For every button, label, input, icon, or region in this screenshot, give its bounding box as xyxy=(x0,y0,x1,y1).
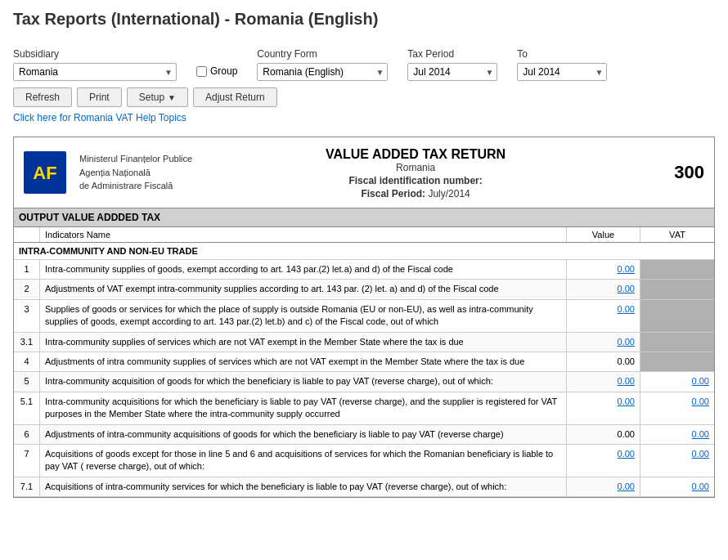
row-desc: Intra-community acquisition of goods for… xyxy=(40,372,567,391)
country-form-group: Country Form Romania (English) ▼ xyxy=(257,48,388,81)
row-value: 0.00 xyxy=(567,425,640,444)
to-select-wrap: Jul 2014 ▼ xyxy=(517,63,607,81)
row-num: 3.1 xyxy=(14,333,40,352)
row-desc: Adjustments of VAT exempt intra-communit… xyxy=(40,280,567,298)
report-fiscal-period: Fiscal Period: July/2014 xyxy=(192,188,639,199)
row-num: 4 xyxy=(14,352,40,371)
col-indicators-header: Indicators Name xyxy=(40,227,567,242)
tax-period-select-wrap: Jul 2014 ▼ xyxy=(407,63,497,81)
to-select[interactable]: Jul 2014 xyxy=(517,63,607,81)
report-fiscal-id: Fiscal identification number: xyxy=(192,175,639,186)
report-number: 300 xyxy=(639,146,704,199)
subsidiary-group: Subsidiary Romania ▼ xyxy=(13,48,177,81)
row-desc: Intra-community acquisitions for which t… xyxy=(40,392,567,424)
row-num: 5 xyxy=(14,372,40,391)
country-form-label: Country Form xyxy=(257,48,388,60)
table-row: 5.1Intra-community acquisitions for whic… xyxy=(14,392,714,425)
tax-period-group: Tax Period Jul 2014 ▼ xyxy=(407,48,497,81)
org-logo: AF xyxy=(24,151,66,194)
row-value[interactable]: 0.00 xyxy=(567,280,640,298)
report-country: Romania xyxy=(192,162,639,173)
subsidiary-select[interactable]: Romania xyxy=(13,63,177,81)
table-row: 5Intra-community acquisition of goods fo… xyxy=(14,372,714,392)
value-link[interactable]: 0.00 xyxy=(618,284,635,293)
col-value-header: Value xyxy=(567,227,640,242)
org-line2: Agenția Națională xyxy=(79,166,192,180)
col-vat-header: VAT xyxy=(640,227,714,242)
row-desc: Acquisitions of intra-community services… xyxy=(40,477,567,496)
row-vat xyxy=(640,300,714,332)
value-link[interactable]: 0.00 xyxy=(618,482,635,491)
org-info: Ministerul Finanțelor Publice Agenția Na… xyxy=(79,146,192,199)
tax-period-label: Tax Period xyxy=(407,48,497,60)
row-value[interactable]: 0.00 xyxy=(567,372,640,391)
row-value[interactable]: 0.00 xyxy=(567,333,640,352)
row-num: 1 xyxy=(14,260,40,279)
value-link[interactable]: 0.00 xyxy=(618,264,635,274)
row-vat[interactable]: 0.00 xyxy=(640,392,714,424)
row-num: 7 xyxy=(14,445,40,477)
value-link[interactable]: 0.00 xyxy=(618,304,635,314)
row-value[interactable]: 0.00 xyxy=(567,477,640,496)
report-title-area: VALUE ADDED TAX RETURN Romania Fiscal id… xyxy=(192,146,639,199)
row-vat[interactable]: 0.00 xyxy=(640,372,714,391)
report-scroll[interactable]: OUTPUT VALUE ADDDED TAX Indicators Name … xyxy=(14,208,714,497)
value-link[interactable]: 0.00 xyxy=(618,376,635,386)
page-title: Tax Reports (International) - Romania (E… xyxy=(13,10,715,29)
row-vat[interactable]: 0.00 xyxy=(640,477,714,496)
vat-link[interactable]: 0.00 xyxy=(692,376,709,386)
row-num: 5.1 xyxy=(14,392,40,424)
row-value: 0.00 xyxy=(567,352,640,371)
setup-label: Setup xyxy=(139,92,164,103)
row-desc: Adjustments of intra-community acquisiti… xyxy=(40,425,567,444)
help-link[interactable]: Click here for Romania VAT Help Topics xyxy=(13,112,186,123)
table-row: 4Adjustments of intra community supplies… xyxy=(14,352,714,372)
table-row: 3Supplies of goods or services for which… xyxy=(14,300,714,333)
row-num: 2 xyxy=(14,280,40,298)
subsidiary-label: Subsidiary xyxy=(13,48,177,60)
table-row: 7.1Acquisitions of intra-community servi… xyxy=(14,477,714,497)
table-row: 2Adjustments of VAT exempt intra-communi… xyxy=(14,280,714,299)
vat-link[interactable]: 0.00 xyxy=(692,482,709,491)
col-num-header xyxy=(14,227,40,242)
subsidiary-select-wrap: Romania ▼ xyxy=(13,63,177,81)
row-vat xyxy=(640,280,714,298)
row-desc: Supplies of goods or services for which … xyxy=(40,300,567,332)
row-value[interactable]: 0.00 xyxy=(567,392,640,424)
row-value[interactable]: 0.00 xyxy=(567,300,640,332)
value-link[interactable]: 0.00 xyxy=(618,449,635,459)
group-wrap: Group xyxy=(196,65,237,77)
org-line1: Ministerul Finanțelor Publice xyxy=(79,152,192,166)
print-button[interactable]: Print xyxy=(77,87,122,107)
group-checkbox[interactable] xyxy=(196,66,207,77)
row-desc: Intra-community supplies of goods, exemp… xyxy=(40,260,567,279)
setup-button[interactable]: Setup ▼ xyxy=(127,87,188,107)
vat-link[interactable]: 0.00 xyxy=(692,449,709,459)
adjust-return-button[interactable]: Adjust Return xyxy=(193,87,277,107)
row-desc: Intra-community supplies of services whi… xyxy=(40,333,567,352)
tax-period-select[interactable]: Jul 2014 xyxy=(407,63,497,81)
value-link[interactable]: 0.00 xyxy=(618,337,635,347)
country-form-select[interactable]: Romania (English) xyxy=(257,63,388,81)
row-vat xyxy=(640,352,714,371)
row-value[interactable]: 0.00 xyxy=(567,445,640,477)
org-line3: de Administrare Fiscală xyxy=(79,179,192,193)
row-num: 7.1 xyxy=(14,477,40,496)
subsection1-header: INTRA-COMMUNITY AND NON-EU TRADE xyxy=(14,243,714,260)
row-value[interactable]: 0.00 xyxy=(567,260,640,279)
vat-link[interactable]: 0.00 xyxy=(692,429,709,439)
svg-text:AF: AF xyxy=(33,163,56,183)
table-row: 7Acquisitions of goods except for those … xyxy=(14,445,714,477)
fiscal-period-label: Fiscal Period: xyxy=(361,188,425,199)
row-num: 6 xyxy=(14,425,40,444)
vat-link[interactable]: 0.00 xyxy=(692,396,709,406)
table-row: 6Adjustments of intra-community acquisit… xyxy=(14,425,714,445)
value-link[interactable]: 0.00 xyxy=(618,396,635,406)
row-vat[interactable]: 0.00 xyxy=(640,425,714,444)
row-num: 3 xyxy=(14,300,40,332)
row-vat xyxy=(640,333,714,352)
fiscal-period-value: July/2014 xyxy=(428,188,470,199)
refresh-button[interactable]: Refresh xyxy=(13,87,72,107)
row-vat[interactable]: 0.00 xyxy=(640,445,714,477)
to-group: To Jul 2014 ▼ xyxy=(517,48,607,81)
